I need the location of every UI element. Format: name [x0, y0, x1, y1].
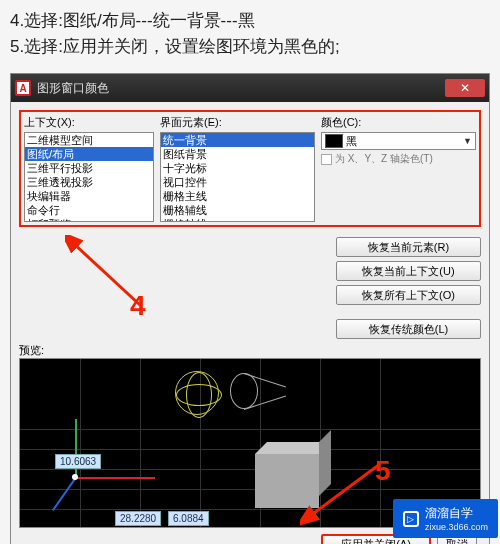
instruction-line-2: 5.选择:应用并关闭，设置绘图环境为黑色的;: [10, 34, 490, 60]
watermark-url: zixue.3d66.com: [425, 522, 488, 532]
list-item[interactable]: 命令行: [25, 203, 153, 217]
coordinate-readout: 6.0884: [168, 511, 209, 526]
list-item[interactable]: 二维模型空间: [25, 133, 153, 147]
checkbox-icon: [321, 154, 332, 165]
instruction-line-1: 4.选择:图纸/布局---统一背景---黑: [10, 8, 490, 34]
coordinate-readout: 28.2280: [115, 511, 161, 526]
z-axis-icon: [52, 477, 77, 511]
list-item[interactable]: 统一背景: [161, 133, 314, 147]
restore-all-context-button[interactable]: 恢复所有上下文(O): [336, 285, 481, 305]
list-item[interactable]: 栅格辅线: [161, 203, 314, 217]
annotation-number: 4: [130, 290, 146, 322]
restore-classic-button[interactable]: 恢复传统颜色(L): [336, 319, 481, 339]
solid-cube-icon: [255, 454, 319, 508]
restore-current-context-button[interactable]: 恢复当前上下文(U): [336, 261, 481, 281]
restore-current-element-button[interactable]: 恢复当前元素(R): [336, 237, 481, 257]
color-label: 颜色(C):: [321, 115, 476, 130]
highlight-region-top: 上下文(X): 二维模型空间 图纸/布局 三维平行投影 三维透视投影 块编辑器 …: [19, 110, 481, 227]
interface-label: 界面元素(E):: [160, 115, 315, 130]
list-item[interactable]: 栅格主线: [161, 189, 314, 203]
dialog-title: 图形窗口颜色: [37, 80, 445, 97]
wireframe-cone-icon: [230, 367, 286, 415]
x-axis-icon: [75, 477, 155, 479]
coordinate-readout: 10.6063: [55, 454, 101, 469]
list-item[interactable]: 块编辑器: [25, 189, 153, 203]
interface-listbox[interactable]: 统一背景 图纸背景 十字光标 视口控件 栅格主线 栅格辅线 栅格轴线 自动追踪矢…: [160, 132, 315, 222]
color-swatch-icon: [325, 134, 343, 148]
list-item[interactable]: 图纸背景: [161, 147, 314, 161]
tint-axis-label: 为 X、Y、Z 轴染色(T): [335, 152, 433, 166]
color-value: 黑: [346, 134, 357, 149]
list-item[interactable]: 打印预览: [25, 217, 153, 222]
watermark-brand: 溜溜自学: [425, 506, 473, 520]
preview-label: 预览:: [19, 343, 481, 358]
list-item[interactable]: 三维透视投影: [25, 175, 153, 189]
list-item[interactable]: 视口控件: [161, 175, 314, 189]
app-logo-icon: A: [15, 80, 31, 96]
watermark: ▷ 溜溜自学 zixue.3d66.com: [393, 499, 498, 538]
list-item[interactable]: 栅格轴线: [161, 217, 314, 222]
titlebar: A 图形窗口颜色 ✕: [11, 74, 489, 102]
dialog-window: A 图形窗口颜色 ✕ 上下文(X): 二维模型空间 图纸/布局 三维平行投影 三…: [10, 73, 490, 544]
tint-axis-checkbox[interactable]: 为 X、Y、Z 轴染色(T): [321, 152, 476, 166]
context-label: 上下文(X):: [24, 115, 154, 130]
annotation-number: 5: [375, 455, 391, 487]
origin-point-icon: [72, 474, 78, 480]
y-axis-icon: [75, 419, 77, 479]
wireframe-sphere-icon: [175, 371, 219, 415]
list-item[interactable]: 三维平行投影: [25, 161, 153, 175]
close-icon[interactable]: ✕: [445, 79, 485, 97]
play-icon: ▷: [403, 511, 419, 527]
chevron-down-icon: ▼: [463, 136, 472, 146]
color-select[interactable]: 黑 ▼: [321, 132, 476, 150]
list-item[interactable]: 图纸/布局: [25, 147, 153, 161]
context-listbox[interactable]: 二维模型空间 图纸/布局 三维平行投影 三维透视投影 块编辑器 命令行 打印预览: [24, 132, 154, 222]
list-item[interactable]: 十字光标: [161, 161, 314, 175]
